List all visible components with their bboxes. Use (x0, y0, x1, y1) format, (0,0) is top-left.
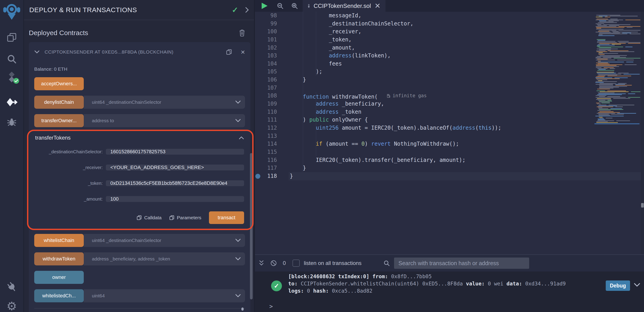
minimap-line (600, 22, 614, 22)
panel-expand-chevron-icon[interactable] (245, 7, 249, 13)
terminal-search-input[interactable] (394, 258, 529, 269)
line-number[interactable]: 101 (255, 36, 277, 44)
function-button-owner[interactable]: owner (34, 271, 84, 284)
solidity-compiler-icon[interactable] (0, 71, 24, 83)
copy-parameters-button[interactable]: Parameters (169, 215, 201, 220)
clear-console-icon[interactable] (270, 260, 277, 266)
field-input-destinationChainSelector[interactable] (106, 149, 244, 155)
minimap[interactable] (594, 0, 640, 254)
line-number[interactable]: 100 (255, 28, 277, 36)
line-number[interactable]: 104 (255, 60, 277, 68)
plugin-manager-icon[interactable] (0, 280, 24, 293)
field-input-receiver[interactable] (106, 164, 244, 170)
scroll-indicator-dot (242, 308, 244, 311)
zoom-in-icon[interactable] (291, 2, 298, 10)
line-number[interactable]: 98 (255, 12, 277, 20)
line-number[interactable]: 117 (255, 164, 277, 172)
expand-function-chevron-icon[interactable] (235, 257, 241, 261)
terminal-prompt[interactable]: > (269, 303, 273, 310)
instance-collapse-chevron-icon[interactable] (34, 50, 40, 54)
settings-gear-icon[interactable]: ⚙ (0, 300, 24, 312)
line-number[interactable]: 106 (255, 76, 277, 84)
function-button-whitelistedCh[interactable]: whitelistedCh... (34, 289, 84, 302)
breakpoint-dot[interactable] (255, 174, 260, 179)
minimap-line (625, 64, 636, 65)
minimap-line (596, 20, 623, 20)
expand-function-chevron-icon[interactable] (235, 100, 241, 104)
expand-function-chevron-icon[interactable] (235, 119, 241, 122)
code-line: } (290, 172, 293, 180)
field-label: _amount: (35, 196, 106, 202)
minimap-line (609, 105, 634, 105)
line-number[interactable]: 110 (255, 108, 277, 116)
panel-scrollbar[interactable] (250, 153, 253, 300)
close-tab-icon[interactable]: ✕ (374, 2, 380, 10)
function-button-transferOwner[interactable]: transferOwner... (34, 114, 84, 127)
line-number[interactable]: 108 (255, 92, 277, 100)
zoom-out-icon[interactable] (276, 2, 284, 10)
remix-logo-icon[interactable] (0, 1, 24, 22)
minimap-line (604, 67, 614, 68)
search-icon[interactable] (0, 53, 24, 65)
line-number[interactable]: 116 (255, 156, 277, 164)
debugger-icon[interactable] (0, 116, 24, 128)
debug-button[interactable]: Debug (606, 280, 630, 291)
expand-log-chevron-icon[interactable] (634, 283, 640, 287)
line-number[interactable]: 107 (255, 84, 277, 92)
collapse-function-chevron-icon[interactable] (239, 136, 244, 140)
function-row: transferOwner... (34, 114, 245, 127)
expand-terminal-icon[interactable] (258, 260, 264, 266)
function-button-denylistChain[interactable]: denylistChain (34, 96, 84, 109)
line-number[interactable]: 111 (255, 116, 277, 124)
function-params-input[interactable] (84, 234, 245, 247)
function-params-input[interactable] (84, 252, 245, 266)
editor-scrollbar[interactable] (641, 12, 644, 254)
minimap-line (600, 118, 604, 118)
run-script-play-icon[interactable] (262, 3, 268, 9)
terminal-bar: 0 listen on all transactions (255, 254, 644, 272)
function-button-whitelistChain[interactable]: whitelistChain (34, 234, 84, 247)
transact-button[interactable]: transact (209, 212, 244, 224)
file-explorer-icon[interactable] (0, 32, 24, 43)
indent-guide (316, 12, 316, 76)
line-number[interactable]: 114 (255, 140, 277, 148)
copy-address-icon[interactable] (226, 48, 232, 56)
expand-function-chevron-icon[interactable] (235, 238, 241, 242)
field-input-amount[interactable] (106, 196, 244, 202)
minimap-line (596, 60, 615, 60)
minimap-line (600, 92, 629, 92)
function-button-acceptOwners[interactable]: acceptOwners... (34, 77, 84, 90)
close-instance-icon[interactable]: × (241, 48, 245, 56)
transaction-log[interactable]: [block:24608632 txIndex:0] from: 0x8fD..… (288, 273, 566, 294)
function-params-input[interactable] (84, 96, 245, 109)
function-row: whitelistedCh... (34, 289, 245, 302)
clear-instances-trash-icon[interactable] (239, 29, 246, 36)
expand-function-chevron-icon[interactable] (235, 294, 241, 298)
copy-calldata-button[interactable]: Calldata (136, 215, 162, 220)
line-number[interactable]: 109 (255, 100, 277, 108)
line-number[interactable]: 113 (255, 132, 277, 140)
function-button-withdrawToken[interactable]: withdrawToken (34, 252, 84, 266)
line-number[interactable]: 103 (255, 52, 277, 60)
line-number[interactable]: 105 (255, 68, 277, 76)
tab-ccip-token-sender[interactable]: CCIPTokenSender.sol ✕ (303, 0, 386, 12)
line-number[interactable]: 112 (255, 124, 277, 132)
minimap-line (596, 78, 620, 79)
field-input-token[interactable] (106, 180, 244, 186)
line-number[interactable]: 115 (255, 148, 277, 156)
minimap-line (598, 68, 608, 69)
function-params-input[interactable] (84, 289, 245, 302)
line-number[interactable]: 99 (255, 20, 277, 28)
copy-icon (136, 215, 142, 220)
minimap-line (609, 25, 619, 26)
line-number[interactable]: 102 (255, 44, 277, 52)
function-params-input[interactable] (84, 114, 245, 127)
deploy-and-run-icon[interactable] (0, 96, 24, 108)
minimap-line (604, 24, 631, 25)
minimap-line (617, 113, 636, 114)
function-params-wrap (84, 96, 245, 109)
minimap-line (598, 70, 614, 71)
minimap-line (625, 20, 640, 20)
listen-transactions-checkbox[interactable] (292, 260, 300, 267)
tx-success-check-icon: ✓ (271, 280, 282, 291)
